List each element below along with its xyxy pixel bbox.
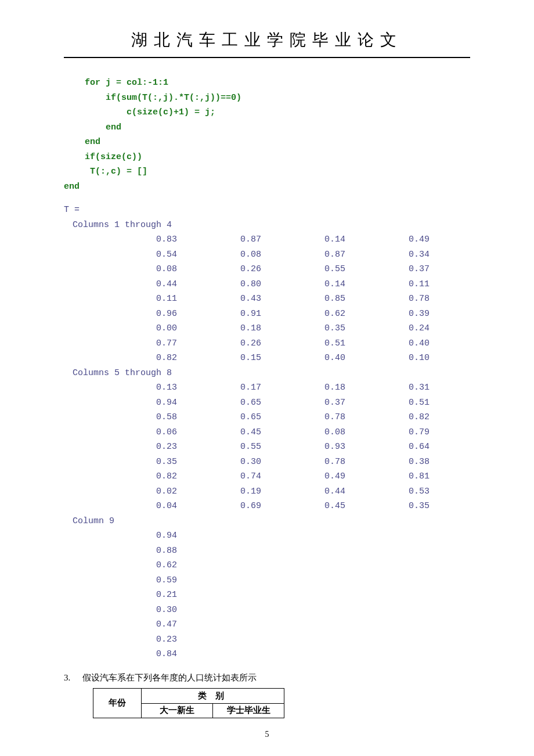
matrix-cell: 0.88 bbox=[96, 543, 180, 559]
matrix-cell: 0.08 bbox=[96, 262, 180, 277]
matrix-row: 0.960.910.620.39 bbox=[96, 307, 432, 322]
matrix-row: 0.540.080.870.34 bbox=[96, 247, 432, 262]
matrix-cell: 0.31 bbox=[348, 380, 432, 395]
document-page: 湖北汽车工业学院毕业论文 for j = col:-1:1 if(sum(T(:… bbox=[0, 0, 534, 756]
matrix-cell: 0.43 bbox=[180, 291, 264, 307]
matrix-cell: 0.58 bbox=[96, 410, 180, 425]
matrix-cell: 0.17 bbox=[180, 380, 264, 395]
matrix-cell: 0.38 bbox=[348, 455, 432, 470]
matrix-cell: 0.11 bbox=[348, 277, 432, 292]
matrix-cell: 0.34 bbox=[348, 247, 432, 262]
matrix-cell: 0.55 bbox=[264, 262, 348, 277]
matrix-cell: 0.35 bbox=[348, 499, 432, 514]
table-header-year: 年份 bbox=[93, 688, 142, 718]
table-subheader-graduate: 学士毕业生 bbox=[213, 703, 284, 718]
matrix-cell: 0.82 bbox=[96, 351, 180, 366]
matrix-cell: 0.51 bbox=[348, 395, 432, 411]
matrix-cell: 0.69 bbox=[180, 499, 264, 514]
matrix-cell: 0.81 bbox=[348, 469, 432, 484]
matrix-row: 0.020.190.440.53 bbox=[96, 484, 432, 499]
matrix-cell: 0.74 bbox=[180, 469, 264, 484]
matrix-cell: 0.77 bbox=[96, 336, 180, 351]
page-number: 5 bbox=[64, 730, 470, 739]
matrix-cell: 0.87 bbox=[264, 247, 348, 262]
matrix-cell: 0.78 bbox=[348, 291, 432, 307]
matrix-row: 0.230.550.930.64 bbox=[96, 440, 432, 455]
matrix-row: 0.040.690.450.35 bbox=[96, 499, 432, 514]
matrix-cell: 0.13 bbox=[96, 380, 180, 395]
output-matrix-2: 0.130.170.180.31 0.940.650.370.51 0.580.… bbox=[96, 380, 432, 514]
matrix-cell: 0.19 bbox=[180, 484, 264, 499]
matrix-cell: 0.37 bbox=[264, 395, 348, 411]
output-block: T = Columns 1 through 4 0.830.870.140.49… bbox=[64, 203, 470, 662]
matrix-cell: 0.82 bbox=[348, 410, 432, 425]
matrix-row: 0.47 bbox=[96, 617, 180, 632]
matrix-row: 0.830.870.140.49 bbox=[96, 232, 432, 247]
matrix-cell: 0.62 bbox=[96, 558, 180, 573]
matrix-row: 0.940.650.370.51 bbox=[96, 395, 432, 411]
matrix-cell: 0.94 bbox=[96, 528, 180, 543]
matrix-row: 0.62 bbox=[96, 558, 180, 573]
matrix-cell: 0.96 bbox=[96, 307, 180, 322]
matrix-cell: 0.21 bbox=[96, 588, 180, 603]
matrix-cell: 0.30 bbox=[180, 455, 264, 470]
table-header-row: 年份 类 别 bbox=[93, 688, 284, 703]
question-3: 3. 假设汽车系在下列各年度的人口统计如表所示 bbox=[64, 672, 470, 683]
matrix-cell: 0.37 bbox=[348, 262, 432, 277]
output-matrix-1: 0.830.870.140.49 0.540.080.870.34 0.080.… bbox=[96, 232, 432, 366]
matrix-cell: 0.65 bbox=[180, 410, 264, 425]
matrix-cell: 0.40 bbox=[348, 336, 432, 351]
code-line: end bbox=[64, 137, 100, 147]
matrix-cell: 0.39 bbox=[348, 307, 432, 322]
matrix-cell: 0.26 bbox=[180, 262, 264, 277]
code-line: c(size(c)+1) = j; bbox=[64, 107, 215, 117]
matrix-cell: 0.54 bbox=[96, 247, 180, 262]
matrix-cell: 0.00 bbox=[96, 321, 180, 336]
matrix-row: 0.820.150.400.10 bbox=[96, 351, 432, 366]
matrix-cell: 0.62 bbox=[264, 307, 348, 322]
matrix-row: 0.580.650.780.82 bbox=[96, 410, 432, 425]
matrix-cell: 0.24 bbox=[348, 321, 432, 336]
matrix-row: 0.94 bbox=[96, 528, 180, 543]
matrix-cell: 0.91 bbox=[180, 307, 264, 322]
output-columns-header-1: Columns 1 through 4 bbox=[64, 218, 470, 233]
matrix-cell: 0.59 bbox=[96, 573, 180, 588]
matrix-cell: 0.55 bbox=[180, 440, 264, 455]
matrix-cell: 0.85 bbox=[264, 291, 348, 307]
matrix-cell: 0.10 bbox=[348, 351, 432, 366]
matrix-row: 0.060.450.080.79 bbox=[96, 425, 432, 440]
output-matrix-3: 0.94 0.88 0.62 0.59 0.21 0.30 0.47 0.23 … bbox=[96, 528, 180, 662]
matrix-cell: 0.23 bbox=[96, 632, 180, 647]
matrix-cell: 0.26 bbox=[180, 336, 264, 351]
table-header-category: 类 别 bbox=[142, 688, 284, 703]
matrix-cell: 0.51 bbox=[264, 336, 348, 351]
matrix-cell: 0.45 bbox=[264, 499, 348, 514]
code-line: end bbox=[64, 123, 121, 132]
matrix-cell: 0.65 bbox=[180, 395, 264, 411]
matrix-cell: 0.64 bbox=[348, 440, 432, 455]
matrix-cell: 0.30 bbox=[96, 603, 180, 618]
matrix-row: 0.820.740.490.81 bbox=[96, 469, 432, 484]
matrix-cell: 0.35 bbox=[96, 455, 180, 470]
code-line: end bbox=[64, 182, 80, 192]
matrix-row: 0.440.800.140.11 bbox=[96, 277, 432, 292]
matrix-cell: 0.23 bbox=[96, 440, 180, 455]
matrix-cell: 0.02 bbox=[96, 484, 180, 499]
matrix-row: 0.21 bbox=[96, 588, 180, 603]
output-columns-header-3: Column 9 bbox=[64, 514, 470, 529]
page-header-title: 湖北汽车工业学院毕业论文 bbox=[64, 29, 470, 58]
matrix-cell: 0.83 bbox=[96, 232, 180, 247]
matrix-cell: 0.08 bbox=[264, 425, 348, 440]
matrix-cell: 0.04 bbox=[96, 499, 180, 514]
matrix-cell: 0.14 bbox=[264, 277, 348, 292]
matrix-cell: 0.94 bbox=[96, 395, 180, 411]
matrix-row: 0.59 bbox=[96, 573, 180, 588]
matrix-cell: 0.44 bbox=[96, 277, 180, 292]
code-block: for j = col:-1:1 if(sum(T(:,j).*T(:,j))=… bbox=[64, 75, 470, 194]
matrix-cell: 0.18 bbox=[264, 380, 348, 395]
matrix-cell: 0.47 bbox=[96, 617, 180, 632]
matrix-cell: 0.78 bbox=[264, 410, 348, 425]
data-table: 年份 类 别 大一新生 学士毕业生 bbox=[93, 688, 284, 718]
matrix-cell: 0.84 bbox=[96, 647, 180, 662]
matrix-cell: 0.14 bbox=[264, 232, 348, 247]
